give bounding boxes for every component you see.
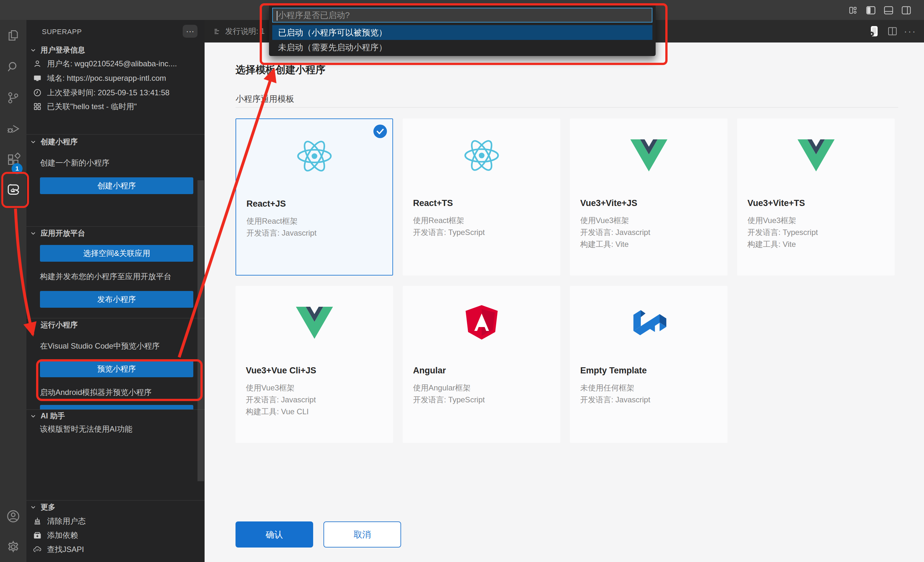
find-jsapi-row[interactable]: API 查找JSAPI <box>33 544 84 555</box>
extensions-badge: 1 <box>12 163 22 174</box>
account-icon[interactable] <box>0 503 26 529</box>
create-miniapp-button[interactable]: 创建小程序 <box>40 177 193 194</box>
empty-template-logo-icon <box>630 307 668 340</box>
editor-webview: 选择模板创建小程序 小程序通用模板 React+JS 使用React框架 开发语… <box>205 42 924 562</box>
template-card-vue3-vite-js[interactable]: Vue3+Vite+JS 使用Vue3框架 开发语言: Javascript 构… <box>570 118 728 275</box>
customize-layout-icon[interactable] <box>847 4 860 17</box>
card-title: Empty Template <box>580 366 647 376</box>
add-dependency-text: 添加依赖 <box>47 530 78 540</box>
quick-pick-option-started[interactable]: 已启动（小程序可以被预览） <box>272 25 652 40</box>
template-card-angular[interactable]: Angular 使用Angular框架 开发语言: TypeScript <box>403 286 560 443</box>
section-label: 创建小程序 <box>40 137 78 147</box>
template-card-vue3-vite-ts[interactable]: Vue3+Vite+TS 使用Vue3框架 开发语言: Typescript 构… <box>737 118 895 275</box>
chevron-down-icon <box>30 230 37 237</box>
last-login-text: 上次登录时间: 2025-09-15 13:41:58 <box>47 88 170 98</box>
section-user-login-info[interactable]: 用户登录信息 <box>30 45 85 55</box>
run-debug-icon[interactable] <box>0 115 26 142</box>
section-more[interactable]: 更多 <box>30 502 56 512</box>
publish-description: 构建并发布您的小程序至应用开放平台 <box>40 271 171 282</box>
vue-logo-icon <box>296 307 333 340</box>
quick-input-widget: 已启动（小程序可以被预览） 未启动（需要先启动小程序） <box>269 5 656 56</box>
search-icon[interactable] <box>0 54 26 80</box>
card-line: 开发语言: Javascript <box>246 228 316 238</box>
publish-miniapp-button[interactable]: 发布小程序 <box>40 291 193 308</box>
explorer-icon[interactable] <box>0 22 26 49</box>
card-line: 开发语言: Javascript <box>246 395 316 405</box>
grid-icon <box>33 102 42 111</box>
card-line: 使用React框架 <box>413 215 464 226</box>
linked-app-text: 已关联"hello test - 临时用" <box>47 102 136 112</box>
clear-user-state-row[interactable]: 清除用户态 <box>33 516 86 526</box>
clipped-button[interactable] <box>40 405 193 410</box>
sidebar-more-button[interactable]: ··· <box>183 25 198 38</box>
last-login-row[interactable]: 上次登录时间: 2025-09-15 13:41:58 <box>33 88 170 98</box>
card-line: 开发语言: Typescript <box>747 227 818 238</box>
card-line: 构建工具: Vite <box>580 239 628 250</box>
confirm-button[interactable]: 确认 <box>236 522 313 547</box>
quick-input-box[interactable] <box>272 8 652 22</box>
tab-label: 发行说明: 1 <box>225 26 265 36</box>
broom-icon <box>33 517 42 526</box>
section-divider <box>26 500 205 501</box>
vscode-window: 1 SUPERAPP ··· 用户登录信息 用户名: wgq02105245@a… <box>0 0 924 562</box>
preview-miniapp-button[interactable]: 预览小程序 <box>40 360 193 377</box>
toggle-panel-icon[interactable] <box>882 4 895 17</box>
find-jsapi-text: 查找JSAPI <box>47 544 84 555</box>
domain-text: 域名: https://poc.superapp-intl.com <box>47 73 166 84</box>
card-title: Vue3+Vue Cli+JS <box>246 366 316 376</box>
card-line: 开发语言: TypeScript <box>413 395 485 405</box>
settings-gear-icon[interactable] <box>0 534 26 560</box>
add-dependency-row[interactable]: 添加依赖 <box>33 530 78 540</box>
section-run-miniapp[interactable]: 运行小程序 <box>30 320 78 330</box>
section-open-platform[interactable]: 应用开放平台 <box>30 228 85 238</box>
toggle-secondary-sidebar-icon[interactable] <box>900 4 913 17</box>
quick-pick-option-not-started[interactable]: 未启动（需要先启动小程序） <box>272 40 652 55</box>
card-title: React+TS <box>413 198 453 208</box>
toggle-primary-sidebar-icon[interactable] <box>864 4 877 17</box>
card-line: 使用Vue3框架 <box>580 215 629 226</box>
quick-input-field[interactable] <box>278 10 652 21</box>
card-line: 使用Angular框架 <box>413 383 471 393</box>
section-divider <box>26 134 205 135</box>
card-line: 使用Vue3框架 <box>246 383 294 393</box>
card-line: 构建工具: Vite <box>747 239 796 250</box>
package-icon <box>33 531 42 540</box>
card-title: Vue3+Vite+TS <box>747 198 805 208</box>
domain-row[interactable]: 域名: https://poc.superapp-intl.com <box>33 73 166 84</box>
section-create-miniapp[interactable]: 创建小程序 <box>30 137 78 147</box>
card-title: Vue3+Vite+JS <box>580 198 637 208</box>
section-label: 运行小程序 <box>40 320 78 330</box>
activity-bar: 1 <box>0 20 26 562</box>
select-space-button[interactable]: 选择空间&关联应用 <box>40 245 193 262</box>
preview-phone-icon[interactable] <box>867 24 881 38</box>
card-title: React+JS <box>246 199 286 209</box>
section-divider <box>26 318 205 318</box>
more-actions-icon[interactable]: ··· <box>903 24 917 38</box>
svg-text:API: API <box>35 549 39 552</box>
card-line: 开发语言: Javascript <box>580 227 650 238</box>
section-ai-assistant[interactable]: AI 助手 <box>30 411 65 421</box>
card-line: 使用React框架 <box>246 216 298 226</box>
card-line: 构建工具: Vue CLI <box>246 407 309 417</box>
template-card-react-js[interactable]: React+JS 使用React框架 开发语言: Javascript <box>236 118 393 275</box>
extensions-icon[interactable]: 1 <box>0 146 26 173</box>
monitor-icon <box>33 74 42 83</box>
template-card-empty[interactable]: Empty Template 未使用任何框架 开发语言: Javascript <box>570 286 728 443</box>
cancel-button[interactable]: 取消 <box>324 522 401 547</box>
superapp-extension-icon[interactable] <box>0 176 26 203</box>
preview-description: 在Visual Studio Code中预览小程序 <box>40 341 160 351</box>
sidebar-scrollbar[interactable] <box>198 180 204 481</box>
person-icon <box>33 59 42 68</box>
user-name-row[interactable]: 用户名: wgq02105245@alibaba-inc.... <box>33 58 177 69</box>
clock-icon <box>33 88 42 97</box>
section-divider <box>26 410 205 410</box>
react-logo-icon <box>296 139 333 175</box>
text-cursor <box>277 11 278 21</box>
card-line: 开发语言: Javascript <box>580 395 650 405</box>
source-control-icon[interactable] <box>0 85 26 111</box>
template-card-react-ts[interactable]: React+TS 使用React框架 开发语言: TypeScript <box>403 118 560 275</box>
template-card-vue3-vuecli-js[interactable]: Vue3+Vue Cli+JS 使用Vue3框架 开发语言: Javascrip… <box>236 286 393 443</box>
android-emulator-description: 启动Android模拟器并预览小程序 <box>40 387 152 398</box>
split-editor-icon[interactable] <box>885 24 900 38</box>
linked-app-row[interactable]: 已关联"hello test - 临时用" <box>33 102 136 112</box>
